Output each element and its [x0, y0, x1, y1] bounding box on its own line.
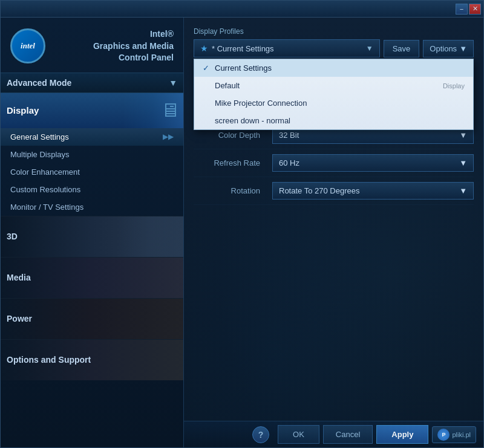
refresh-rate-setting-label: Refresh Rate [194, 158, 272, 167]
dropdown-item-default[interactable]: Default Display [194, 77, 473, 94]
dropdown-item-mike[interactable]: Mike Projector Connection [194, 94, 473, 112]
dropdown-item-screen[interactable]: screen down - normal [194, 112, 473, 129]
mode-selector[interactable]: Advanced Mode ▼ [1, 73, 183, 93]
nav-media-label: Media [7, 273, 31, 282]
nav-display-section: Display 🖥 General Settings ▶▶ Multiple D… [1, 93, 183, 216]
sidebar-title: Intel® Graphics and Media Control Panel [53, 28, 174, 64]
nav-color-enhancement[interactable]: Color Enhancement [1, 163, 183, 181]
bottom-bar: ? OK Cancel Apply P pliki.pl [184, 421, 483, 447]
sidebar-logo: intel Intel® Graphics and Media Control … [1, 18, 183, 73]
options-arrow-icon: ▼ [459, 44, 467, 53]
profile-current-label: * Current Settings [212, 44, 274, 53]
nav-general-settings[interactable]: General Settings ▶▶ [1, 128, 183, 146]
cancel-button[interactable]: Cancel [323, 425, 373, 444]
profiles-dropdown-menu: ✓ Current Settings Default Display Mike … [194, 59, 474, 130]
display-icon-area: 🖥 [123, 93, 183, 128]
refresh-rate-dropdown[interactable]: 60 Hz ▼ [272, 154, 474, 172]
nav-custom-resolutions[interactable]: Custom Resolutions [1, 181, 183, 198]
nav-monitor-tv-settings[interactable]: Monitor / TV Settings [1, 198, 183, 216]
nav-power-section[interactable]: Power [1, 298, 183, 339]
title-bar: − ✕ [1, 1, 483, 18]
profiles-row: ★ * Current Settings ▼ Save Options ▼ ✓ [194, 39, 474, 57]
mode-arrow-icon: ▼ [169, 78, 177, 88]
refresh-rate-setting-row: Refresh Rate 60 Hz ▼ [194, 149, 474, 177]
rotation-dropdown[interactable]: Rotate To 270 Degrees ▼ [272, 182, 474, 200]
pliki-logo-icon: P [437, 429, 450, 441]
nav-multiple-displays[interactable]: Multiple Displays [1, 146, 183, 163]
nav-3d-label: 3D [7, 232, 18, 241]
refresh-rate-dropdown-arrow-icon: ▼ [459, 158, 467, 167]
monitor-icon: 🖥 [160, 99, 180, 122]
pliki-label: pliki.pl [452, 431, 471, 438]
ok-button[interactable]: OK [278, 425, 319, 444]
nav-power-label: Power [7, 314, 32, 323]
profile-dropdown[interactable]: ★ * Current Settings ▼ [194, 39, 380, 57]
pliki-badge[interactable]: P pliki.pl [432, 426, 476, 443]
nav-general-arrow-icon: ▶▶ [163, 132, 174, 141]
intel-logo: intel [10, 28, 45, 63]
minimize-button[interactable]: − [456, 4, 468, 15]
apply-button[interactable]: Apply [376, 425, 428, 444]
check-icon: ✓ [203, 63, 211, 73]
nav-options-label: Options and Support [7, 355, 91, 365]
close-button[interactable]: ✕ [469, 4, 481, 15]
nav-item-display[interactable]: Display 🖥 [1, 93, 183, 128]
nav-options-section[interactable]: Options and Support [1, 339, 183, 380]
rotation-dropdown-arrow-icon: ▼ [459, 186, 467, 195]
rotation-setting-row: Rotation Rotate To 270 Degrees ▼ [194, 177, 474, 205]
panel-content: Display Profiles ★ * Current Settings ▼ … [184, 18, 483, 421]
help-button[interactable]: ? [252, 426, 269, 443]
save-button[interactable]: Save [384, 40, 420, 57]
main-window: − ✕ intel Intel® Graphics and Media Cont… [0, 0, 484, 448]
nav-display-label: Display [7, 105, 39, 115]
display-profiles-label: Display Profiles [194, 27, 474, 36]
sidebar: intel Intel® Graphics and Media Control … [1, 18, 184, 447]
dropdown-item-current[interactable]: ✓ Current Settings [194, 59, 473, 77]
intel-logo-text: intel [21, 41, 35, 51]
rotation-setting-label: Rotation [194, 186, 272, 195]
mode-selector-label: Advanced Mode [7, 78, 71, 88]
main-content: intel Intel® Graphics and Media Control … [1, 18, 483, 447]
nav-media-section[interactable]: Media [1, 257, 183, 298]
right-panel: Display Profiles ★ * Current Settings ▼ … [184, 18, 483, 447]
color-depth-setting-label: Color Depth [194, 131, 272, 140]
options-button[interactable]: Options ▼ [423, 40, 474, 57]
profile-dropdown-arrow-icon: ▼ [366, 44, 373, 53]
nav-3d-section[interactable]: 3D [1, 216, 183, 257]
color-depth-dropdown-arrow-icon: ▼ [459, 131, 467, 140]
profile-star-icon: ★ [200, 44, 208, 53]
